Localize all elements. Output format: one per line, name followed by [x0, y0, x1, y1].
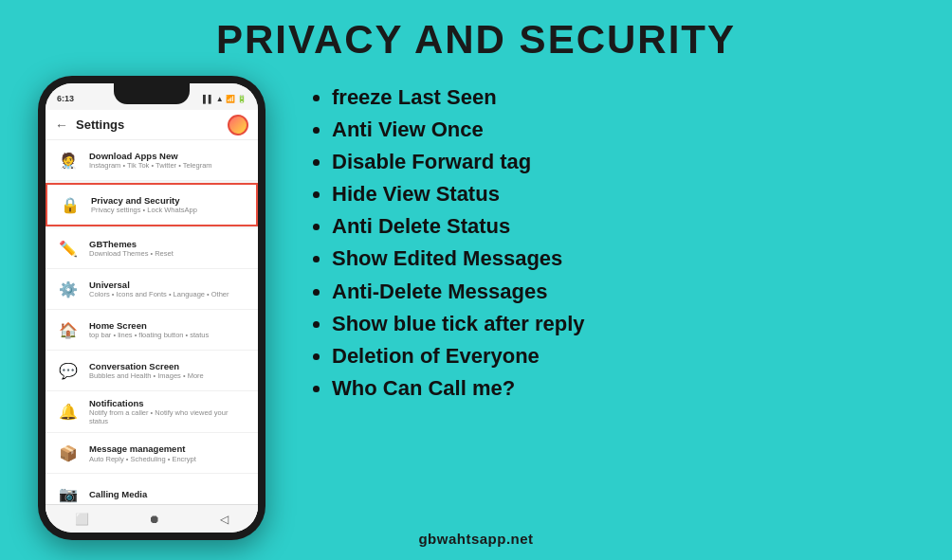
menu-item-title-4: Home Screen — [89, 320, 248, 331]
menu-item-sub-6: Notify from a caller • Notify who viewed… — [89, 408, 248, 425]
menu-item-title-5: Conversation Screen — [89, 361, 248, 371]
menu-item-gbthemes[interactable]: ✏️ GBThemes Download Themes • Reset — [46, 228, 258, 269]
menu-item-sub-7: Auto Reply • Scheduling • Encrypt — [89, 455, 248, 463]
menu-text-universal: Universal Colors • Icons and Fonts • Lan… — [89, 280, 248, 298]
menu-item-title-6: Notifications — [89, 398, 248, 408]
status-icons: ▌▌ ▲ 📶 🔋 — [203, 95, 247, 103]
menu-icon-universal: ⚙️ — [55, 276, 82, 302]
feature-item-8: Deletion of Everyone — [332, 340, 924, 372]
footer-text: gbwahtsapp.net — [418, 531, 533, 547]
menu-text-message-management: Message management Auto Reply • Scheduli… — [89, 443, 248, 462]
menu-item-privacy[interactable]: 🔒 Privacy and Security Privacy settings … — [46, 183, 258, 226]
menu-icon-home-screen: 🏠 — [55, 316, 82, 343]
feature-item-5: Show Edited Messages — [332, 243, 924, 275]
menu-item-message-management[interactable]: 📦 Message management Auto Reply • Schedu… — [46, 433, 258, 474]
nav-square-icon[interactable]: ⬜ — [75, 513, 89, 526]
menu-text-gbthemes: GBThemes Download Themes • Reset — [89, 239, 248, 258]
phone-notch — [114, 83, 190, 104]
menu-icon-privacy: 🔒 — [57, 191, 83, 218]
features-section: freeze Last Seen Anti View Once Disable … — [265, 72, 952, 414]
menu-text-calling-media: Calling Media — [89, 489, 248, 499]
menu-list: 🧑‍⚕️ Download Apps New Instagram • Tik T… — [46, 140, 258, 533]
menu-text-conversation: Conversation Screen Bubbles and Health •… — [89, 361, 248, 380]
menu-icon-conversation: 💬 — [55, 357, 82, 384]
feature-item-9: Who Can Call me? — [332, 372, 924, 405]
menu-item-title-8: Calling Media — [89, 489, 248, 499]
page-wrapper: PRIVACY AND SECURITY 6:13 ▌▌ ▲ 📶 🔋 ← Set… — [0, 0, 952, 540]
menu-text-privacy: Privacy and Security Privacy settings • … — [91, 195, 247, 214]
menu-icon-gbthemes: ✏️ — [55, 235, 82, 262]
feature-item-4: Anti Delete Status — [332, 210, 924, 243]
menu-item-title-2: GBThemes — [89, 239, 248, 249]
menu-item-home-screen[interactable]: 🏠 Home Screen top bar • lines • floating… — [46, 310, 258, 351]
menu-item-conversation[interactable]: 💬 Conversation Screen Bubbles and Health… — [46, 351, 258, 391]
menu-item-title-3: Universal — [89, 280, 248, 290]
nav-triangle-icon[interactable]: ◁ — [220, 513, 229, 526]
phone-header: ← Settings — [46, 110, 258, 140]
menu-item-universal[interactable]: ⚙️ Universal Colors • Icons and Fonts • … — [46, 269, 258, 310]
menu-item-download-apps[interactable]: 🧑‍⚕️ Download Apps New Instagram • Tik T… — [46, 140, 258, 181]
phone-mockup: 6:13 ▌▌ ▲ 📶 🔋 ← Settings 🧑‍⚕️ Download A… — [38, 76, 265, 540]
menu-item-sub-4: top bar • lines • floating button • stat… — [89, 331, 248, 339]
status-time: 6:13 — [57, 94, 74, 103]
menu-text-home-screen: Home Screen top bar • lines • floating b… — [89, 320, 248, 339]
menu-item-sub-2: Download Themes • Reset — [89, 249, 248, 258]
menu-icon-message-management: 📦 — [55, 440, 82, 466]
menu-icon-download-apps: 🧑‍⚕️ — [55, 147, 82, 173]
menu-item-title-0: Download Apps New — [89, 151, 248, 161]
features-list: freeze Last Seen Anti View Once Disable … — [313, 81, 924, 405]
feature-item-1: Anti View Once — [332, 114, 924, 146]
menu-text-notifications: Notifications Notify from a caller • Not… — [89, 398, 248, 425]
menu-item-notifications[interactable]: 🔔 Notifications Notify from a caller • N… — [46, 391, 258, 433]
nav-circle-icon[interactable]: ⏺ — [149, 513, 160, 526]
menu-item-sub-5: Bubbles and Health • Images • More — [89, 371, 248, 380]
phone-bottom-bar: ⬜ ⏺ ◁ — [46, 504, 258, 533]
phone-screen: 6:13 ▌▌ ▲ 📶 🔋 ← Settings 🧑‍⚕️ Download A… — [46, 83, 258, 533]
feature-item-7: Show blue tick after reply — [332, 308, 924, 340]
back-arrow-icon[interactable]: ← — [55, 117, 68, 133]
menu-item-sub-3: Colors • Icons and Fonts • Language • Ot… — [89, 290, 248, 298]
feature-item-6: Anti-Delete Messages — [332, 276, 924, 308]
page-title: PRIVACY AND SECURITY — [0, 0, 952, 63]
content-area: 6:13 ▌▌ ▲ 📶 🔋 ← Settings 🧑‍⚕️ Download A… — [0, 72, 952, 540]
menu-item-title-7: Message management — [89, 443, 248, 454]
menu-icon-notifications: 🔔 — [55, 399, 82, 425]
menu-item-title-1: Privacy and Security — [91, 195, 247, 206]
feature-item-0: freeze Last Seen — [332, 81, 924, 114]
menu-text-download-apps: Download Apps New Instagram • Tik Tok • … — [89, 151, 248, 170]
menu-item-sub-0: Instagram • Tik Tok • Twitter • Telegram — [89, 161, 248, 170]
settings-header-title: Settings — [76, 117, 220, 132]
avatar — [228, 115, 248, 135]
feature-item-3: Hide View Status — [332, 178, 924, 210]
feature-item-2: Disable Forward tag — [332, 146, 924, 178]
menu-item-sub-1: Privacy settings • Lock WhatsApp — [91, 206, 247, 214]
